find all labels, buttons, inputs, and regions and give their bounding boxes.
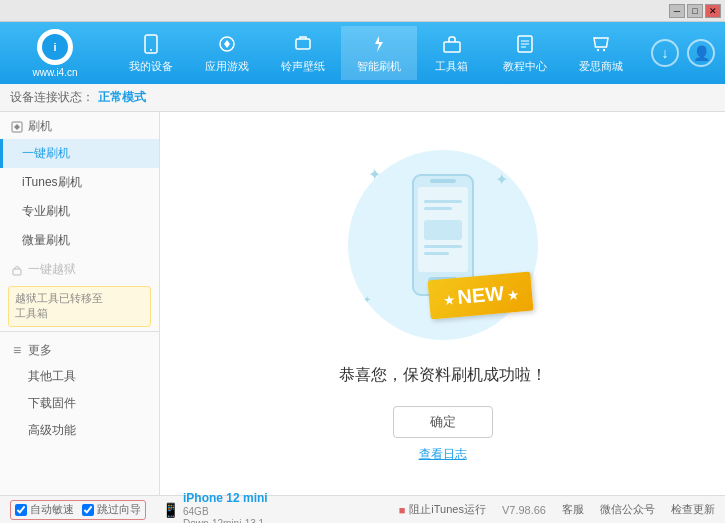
svg-point-1 bbox=[150, 49, 152, 51]
nav-shop-label: 爱思商城 bbox=[579, 59, 623, 74]
customer-service-link[interactable]: 客服 bbox=[562, 502, 584, 517]
download-btn[interactable]: ↓ bbox=[651, 39, 679, 67]
nav-shop[interactable]: 爱思商城 bbox=[563, 26, 639, 80]
nav-apps[interactable]: 应用游戏 bbox=[189, 26, 265, 80]
window-controls: ─ □ ✕ bbox=[669, 4, 721, 18]
device-storage: 64GB bbox=[183, 506, 268, 517]
sidebar-jailbreak-header: 一键越狱 bbox=[28, 261, 76, 278]
nav-ringtone[interactable]: 铃声壁纸 bbox=[265, 26, 341, 80]
ringtone-icon bbox=[291, 32, 315, 56]
skip-wizard-label: 跳过向导 bbox=[97, 502, 141, 517]
sidebar: 刷机 一键刷机 iTunes刷机 专业刷机 微量刷机 bbox=[0, 112, 160, 495]
sidebar-item-pro-flash[interactable]: 专业刷机 bbox=[0, 197, 159, 226]
logo-icon: i bbox=[42, 34, 68, 60]
apps-icon bbox=[215, 32, 239, 56]
bottom-left: 自动敏速 跳过向导 📱 iPhone 12 mini 64GB Down-12m… bbox=[10, 491, 399, 524]
confirm-btn-label: 确定 bbox=[430, 414, 456, 429]
confirm-button[interactable]: 确定 bbox=[393, 406, 493, 438]
nav-ringtone-label: 铃声壁纸 bbox=[281, 59, 325, 74]
sidebar-item-itunes-flash[interactable]: iTunes刷机 bbox=[0, 168, 159, 197]
sidebar-item-advanced[interactable]: 高级功能 bbox=[0, 417, 159, 444]
svg-rect-15 bbox=[424, 207, 452, 210]
nav-my-device[interactable]: 我的设备 bbox=[113, 26, 189, 80]
sidebar-item-download-firmware[interactable]: 下载固件 bbox=[0, 390, 159, 417]
sidebar-section-flash: 刷机 bbox=[0, 112, 159, 139]
sidebar-item-onekey-flash[interactable]: 一键刷机 bbox=[0, 139, 159, 168]
svg-rect-4 bbox=[444, 42, 460, 52]
sparkle-3: ✦ bbox=[363, 294, 371, 305]
nav-toolbox-label: 工具箱 bbox=[435, 59, 468, 74]
stop-icon: ■ bbox=[399, 504, 406, 516]
bottom-bar: 自动敏速 跳过向导 📱 iPhone 12 mini 64GB Down-12m… bbox=[0, 495, 725, 523]
check-update-link[interactable]: 检查更新 bbox=[671, 502, 715, 517]
user-btn[interactable]: 👤 bbox=[687, 39, 715, 67]
sidebar-item-pro-label: 专业刷机 bbox=[22, 204, 70, 218]
flash-icon bbox=[367, 32, 391, 56]
sidebar-item-onekey-label: 一键刷机 bbox=[22, 146, 70, 160]
device-info: iPhone 12 mini 64GB Down-12mini-13,1 bbox=[183, 491, 268, 524]
nav-right: ↓ 👤 bbox=[651, 39, 715, 67]
skip-wizard-checkbox[interactable]: 跳过向导 bbox=[82, 502, 141, 517]
sidebar-item-other-tools[interactable]: 其他工具 bbox=[0, 363, 159, 390]
jailbreak-notice-text: 越狱工具已转移至工具箱 bbox=[15, 292, 103, 319]
sidebar-divider bbox=[0, 331, 159, 332]
success-illustration: ✦ ✦ ✦ bbox=[343, 145, 543, 345]
sidebar-item-micro-label: 微量刷机 bbox=[22, 233, 70, 247]
svg-rect-16 bbox=[424, 220, 462, 240]
advanced-label: 高级功能 bbox=[28, 423, 76, 437]
status-label: 设备连接状态： bbox=[10, 89, 94, 106]
new-badge: NEW bbox=[428, 271, 534, 319]
nav-flash[interactable]: 智能刷机 bbox=[341, 26, 417, 80]
status-bar: 设备连接状态： 正常模式 bbox=[0, 84, 725, 112]
status-value: 正常模式 bbox=[98, 89, 146, 106]
nav-flash-label: 智能刷机 bbox=[357, 59, 401, 74]
device-name: iPhone 12 mini bbox=[183, 491, 268, 505]
sidebar-section-more: ≡ 更多 bbox=[0, 336, 159, 363]
sidebar-item-micro-flash[interactable]: 微量刷机 bbox=[0, 226, 159, 255]
jailbreak-notice: 越狱工具已转移至工具箱 bbox=[8, 286, 151, 327]
logo-text: www.i4.cn bbox=[32, 67, 77, 78]
auto-flash-checkbox[interactable]: 自动敏速 bbox=[15, 502, 74, 517]
nav-tutorial[interactable]: 教程中心 bbox=[487, 26, 563, 80]
skip-wizard-input[interactable] bbox=[82, 504, 94, 516]
auto-flash-label: 自动敏速 bbox=[30, 502, 74, 517]
device-model: Down-12mini-13,1 bbox=[183, 518, 268, 524]
sparkle-1: ✦ bbox=[368, 165, 381, 184]
flash-section-icon bbox=[10, 120, 24, 134]
logo-area: i www.i4.cn bbox=[10, 29, 100, 78]
lock-icon bbox=[10, 263, 24, 277]
sidebar-section-jailbreak: 一键越狱 bbox=[0, 255, 159, 282]
device-phone-icon: 📱 bbox=[162, 502, 179, 518]
view-log-link[interactable]: 查看日志 bbox=[419, 446, 467, 463]
svg-rect-13 bbox=[430, 179, 456, 183]
svg-rect-17 bbox=[424, 245, 462, 248]
bottom-right: ■ 阻止iTunes运行 V7.98.66 客服 微信公众号 检查更新 bbox=[399, 502, 715, 517]
svg-rect-14 bbox=[424, 200, 462, 203]
device-icon bbox=[139, 32, 163, 56]
wechat-link[interactable]: 微信公众号 bbox=[600, 502, 655, 517]
nav-apps-label: 应用游戏 bbox=[205, 59, 249, 74]
svg-rect-18 bbox=[424, 252, 449, 255]
nav-my-device-label: 我的设备 bbox=[129, 59, 173, 74]
more-section-icon: ≡ bbox=[10, 343, 24, 357]
minimize-btn[interactable]: ─ bbox=[669, 4, 685, 18]
other-tools-label: 其他工具 bbox=[28, 369, 76, 383]
close-btn[interactable]: ✕ bbox=[705, 4, 721, 18]
svg-point-6 bbox=[596, 49, 598, 51]
main-layout: 刷机 一键刷机 iTunes刷机 专业刷机 微量刷机 bbox=[0, 112, 725, 495]
app-window: ─ □ ✕ i www.i4.cn 我的设备 bbox=[0, 0, 725, 523]
svg-rect-3 bbox=[296, 39, 310, 49]
auto-flash-input[interactable] bbox=[15, 504, 27, 516]
download-firmware-label: 下载固件 bbox=[28, 396, 76, 410]
svg-rect-9 bbox=[13, 269, 21, 275]
top-nav: i www.i4.cn 我的设备 bbox=[0, 22, 725, 84]
itunes-status[interactable]: ■ 阻止iTunes运行 bbox=[399, 502, 486, 517]
itunes-status-label: 阻止iTunes运行 bbox=[409, 502, 486, 517]
svg-point-7 bbox=[602, 49, 604, 51]
sparkle-2: ✦ bbox=[495, 170, 508, 189]
maximize-btn[interactable]: □ bbox=[687, 4, 703, 18]
nav-toolbox[interactable]: 工具箱 bbox=[417, 26, 487, 80]
sidebar-more-header: 更多 bbox=[28, 342, 52, 359]
toolbox-icon bbox=[440, 32, 464, 56]
content-area: ✦ ✦ ✦ bbox=[160, 112, 725, 495]
